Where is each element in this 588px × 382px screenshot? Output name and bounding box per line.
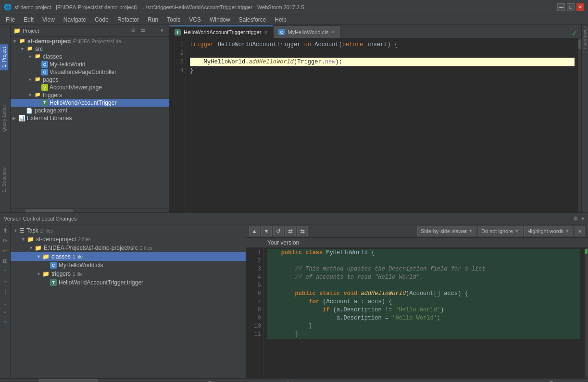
diff-line-numbers: 1 2 3 4 5 6 7 8 9 10 11 [246, 248, 263, 378]
vc-minus-button[interactable]: − [1, 277, 10, 285]
vc-panel-header: Version Control Local Changes ⚙ ▾ [0, 213, 588, 224]
tab-class-close[interactable]: ✕ [331, 29, 335, 35]
tree-item-classes[interactable]: ▼ 📁 classes [11, 53, 169, 61]
vc-move-up[interactable]: ↑ [1, 309, 10, 318]
tab-execute-anon[interactable]: ▷ Execute Anonymous [139, 379, 202, 382]
vc-rollback-button[interactable]: ↩ [1, 246, 10, 255]
menu-view[interactable]: View [38, 15, 59, 24]
sidebar-tab-project[interactable]: 1: Project [0, 44, 8, 70]
tree-item-extlibs[interactable]: ▶ 📊 External Libraries [11, 114, 169, 122]
diff-move-button[interactable]: ⇄ [285, 226, 296, 236]
menu-navigate[interactable]: Navigate [60, 15, 90, 24]
vc-move-down[interactable]: ↓ [1, 299, 10, 308]
tree-item-triggers[interactable]: ▼ 📁 triggers [11, 91, 169, 99]
tab-log-manager[interactable]: 📋 Log Manager [202, 379, 251, 382]
gear-icon[interactable]: ⚙ [129, 27, 137, 35]
tab-class-file[interactable]: C MyHelloWorld.cls ✕ [273, 25, 340, 38]
diff-do-not-ignore-button[interactable]: Do not ignore ▼ [478, 226, 523, 236]
menu-run[interactable]: Run [144, 15, 162, 24]
diff-line-3: // This method updates the Description f… [267, 265, 580, 273]
window-title: sf-demo-project - [E:\IDEA-Projects\sf-d… [14, 4, 304, 10]
gear-settings-button[interactable]: ⚙ [573, 215, 578, 222]
diff-extra-button[interactable]: ⇆ [297, 226, 308, 236]
tree-item-accountviewer[interactable]: V AccountViewer.page [11, 84, 169, 91]
menu-code[interactable]: Code [91, 15, 113, 24]
vc-tree-project[interactable]: ▼ 📁 sf-demo-project 2 files [11, 235, 246, 244]
tab-trigger-close[interactable]: ✕ [264, 30, 268, 35]
tree-item-root[interactable]: ▼ 📁 sf-demo-project E:\IDEA-Projects\sf-… [11, 37, 169, 45]
tab-salesforce[interactable]: ☁ Salesforce [98, 379, 139, 382]
sidebar-tab-query-editor[interactable]: Query Editor [0, 102, 8, 135]
close-button[interactable]: ✕ [576, 3, 584, 11]
highlight-words-chevron: ▼ [565, 228, 570, 234]
tab-trigger-label: HelloWorldAccountTrigger.trigger [184, 29, 261, 35]
collapse-panel-button[interactable]: ▾ [581, 215, 584, 222]
diff-down-button[interactable]: ▼ [261, 226, 272, 236]
line-numbers: 1 2 3 4 [169, 38, 186, 212]
vc-add-button[interactable]: + [1, 267, 10, 275]
menu-file[interactable]: File [2, 15, 19, 24]
tab-terminal[interactable]: ⬛ Terminal [282, 379, 320, 382]
sidebar-tab-structure[interactable]: 2: Structure [0, 164, 8, 195]
code-line-3: MyHelloWorld.addHelloWorld(Trigger.new); [190, 58, 575, 66]
project-panel: 📁 Project ⚙ ⇆ ≡ ▾ ▼ 📁 sf-demo-project E:… [11, 25, 169, 212]
menu-window[interactable]: Window [206, 15, 234, 24]
code-area[interactable]: trigger HelloWorldAccountTrigger on Acco… [186, 38, 578, 212]
diff-line-2 [267, 257, 580, 265]
bottom-tabs: ☰ 6: TODO ⌥ 9: Version Control ☁ Salesfo… [0, 378, 588, 382]
diff-more-button[interactable]: » [575, 226, 585, 236]
vc-tree-hwa[interactable]: T HelloWorldAccountTrigger.trigger [11, 278, 246, 287]
menu-vcs[interactable]: VCS [185, 15, 205, 24]
diff-side-viewer-button[interactable]: Side-by-side viewer ▼ [417, 226, 476, 236]
settings-icon[interactable]: ≡ [149, 27, 156, 35]
tree-item-myhelloworld[interactable]: C MyHelloWorld [11, 61, 169, 68]
tab-todo[interactable]: ☰ 6: TODO [2, 379, 38, 382]
vc-tree-task[interactable]: ▼ ☰ Task 2 files [11, 226, 246, 235]
diff-up-button[interactable]: ▲ [249, 226, 260, 236]
diff-line-1: public class MyHelloWorld { [267, 249, 580, 257]
tree-item-package[interactable]: 📄 package.xml [11, 107, 169, 114]
vc-tree-mhw[interactable]: C MyHelloWorld.cls [11, 261, 246, 270]
tree-item-src[interactable]: ▼ 📁 src [11, 45, 169, 53]
diff-line-7: for (Account a : accs) { [267, 298, 580, 306]
diff-scrollbar[interactable] [584, 248, 588, 378]
diff-line-10: } [267, 322, 580, 331]
menu-tools[interactable]: Tools [163, 15, 184, 24]
code-line-2 [190, 49, 575, 58]
menu-salesforce[interactable]: Salesforce [235, 15, 270, 24]
tab-sfdx[interactable]: ☁ SFDX [251, 379, 281, 382]
menu-refactor[interactable]: Refactor [113, 15, 143, 24]
diff-highlight-words-button[interactable]: Highlight words ▼ [524, 226, 573, 236]
psv-label[interactable]: PsvViewer [582, 27, 588, 49]
vc-help-button[interactable]: ? [1, 319, 10, 328]
vc-tree-path[interactable]: ▼ 📁 E:\IDEA-Projects\sf-demo-project\src… [11, 244, 246, 252]
vc-tree-panel: ▼ ☰ Task 2 files ▼ 📁 sf-demo-project 2 f… [11, 224, 246, 378]
tree-item-hwatrigger[interactable]: T HelloWorldAccountTrigger [11, 99, 169, 107]
vc-update-button[interactable]: ⬆ [1, 226, 10, 235]
vc-left-toolbar: ⬆ ⟳ ↩ ⊞ + − ⋮ ↓ ↑ ? [0, 224, 11, 378]
menu-edit[interactable]: Edit [20, 15, 38, 24]
maximize-button[interactable]: □ [567, 3, 575, 11]
diff-refresh-button[interactable]: ↺ [273, 226, 284, 236]
vc-more-button[interactable]: ⋮ [1, 287, 10, 296]
side-viewer-label: Side-by-side viewer [421, 228, 467, 234]
vc-diff-button[interactable]: ⊞ [1, 257, 10, 265]
vc-tree-classes[interactable]: ▼ 📁 classes 1 file [11, 252, 246, 261]
vc-tree-triggers[interactable]: ▼ 📁 triggers 1 file [11, 270, 246, 278]
editor-scrollbar[interactable] [578, 38, 581, 212]
tab-trigger-file[interactable]: T HelloWorldAccountTrigger.trigger ✕ [169, 25, 273, 38]
menu-help[interactable]: Help [271, 15, 290, 24]
collapse-icon[interactable]: ▾ [158, 27, 166, 35]
project-panel-title: Project [23, 28, 127, 34]
tab-version-control[interactable]: ⌥ 9: Version Control [39, 379, 98, 382]
tree-item-vfpage[interactable]: C VisualforcePageController [11, 68, 169, 76]
editor-content[interactable]: 1 2 3 4 trigger HelloWorldAccountTrigger… [169, 38, 581, 212]
code-line-4: } [190, 66, 575, 75]
tab-event-log[interactable]: 🔍 Event Log [545, 379, 586, 382]
vc-refresh-button[interactable]: ⟳ [1, 236, 10, 245]
minimize-button[interactable]: — [557, 3, 565, 11]
tree-item-pages[interactable]: ▼ 📁 pages [11, 76, 169, 84]
sync-icon[interactable]: ⇆ [139, 27, 147, 35]
diff-line-9: a.Description = 'Hello World'; [267, 314, 580, 322]
diff-code-container[interactable]: 1 2 3 4 5 6 7 8 9 10 11 public class MyH… [246, 248, 588, 378]
